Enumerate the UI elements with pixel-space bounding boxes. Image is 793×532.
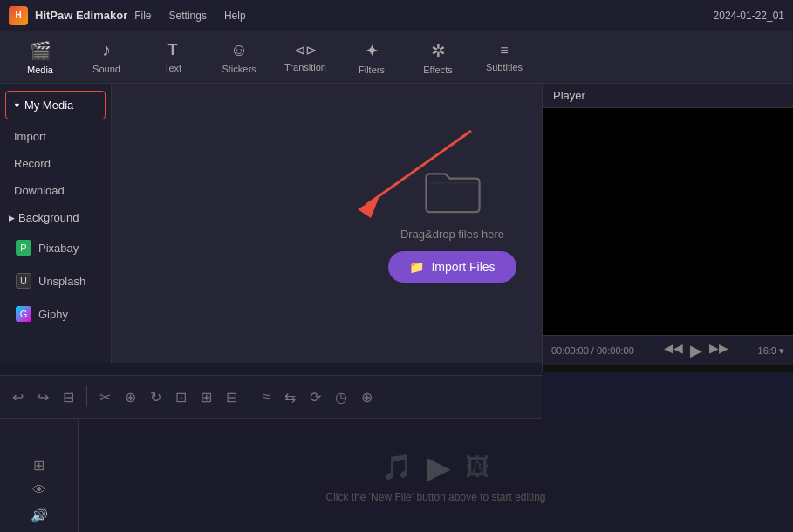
toolbar-transition[interactable]: ⊲⊳ Transition <box>274 35 337 80</box>
menu-bar: File Settings Help <box>134 10 245 22</box>
background-label: Background <box>18 211 79 224</box>
pixabay-icon: P <box>16 240 31 256</box>
stickers-label: Stickers <box>222 64 256 74</box>
player-buttons: ◀◀ ▶ ▶▶ <box>664 341 728 360</box>
import-btn-label: Import Files <box>431 260 495 274</box>
subtitles-icon: ≡ <box>500 43 508 58</box>
timeline-left: ⊞ 👁 🔊 <box>0 419 79 532</box>
folder-icon <box>422 165 483 217</box>
import-files-button[interactable]: 📁 Import Files <box>388 251 516 283</box>
my-media-section[interactable]: ▼ My Media <box>5 91 106 119</box>
media-label: Media <box>27 65 53 75</box>
record-label: Record <box>14 157 51 170</box>
split-button[interactable]: ⊕ <box>120 385 141 409</box>
giphy-icon: G <box>16 306 31 322</box>
timeline-hint: Click the 'New File' button above to sta… <box>325 491 545 503</box>
transition-icon: ⊲⊳ <box>294 42 317 58</box>
audio-button[interactable]: ≈ <box>257 385 276 408</box>
remove-bg-button[interactable]: ⊟ <box>221 385 243 409</box>
toolbar-effects[interactable]: ✲ Effects <box>407 35 469 80</box>
import-label: Import <box>14 130 46 143</box>
filters-label: Filters <box>359 65 385 75</box>
media-icon: 🎬 <box>30 40 51 61</box>
player-panel: Player 00:00:00 / 00:00:00 ◀◀ ▶ ▶▶ 16:9 … <box>542 84 793 372</box>
timeline-audio-icon[interactable]: 🔊 <box>31 507 48 523</box>
timeline-image-icon: 🖼 <box>465 453 489 481</box>
divider1 <box>86 386 87 407</box>
pixabay-label: Pixabay <box>38 242 79 255</box>
cut-button[interactable]: ✂ <box>94 385 116 409</box>
sidebar-pixabay[interactable]: P Pixabay <box>5 233 106 263</box>
unsplash-icon: U <box>16 273 31 289</box>
my-media-label: My Media <box>24 99 73 112</box>
timeline-placeholder-icons: 🎵 ▶ 🖼 <box>382 449 489 486</box>
sound-icon: ♪ <box>102 40 111 60</box>
import-btn-icon: 📁 <box>409 260 424 274</box>
toolbar-stickers[interactable]: ☺ Stickers <box>208 35 270 80</box>
timeline-eye-icon[interactable]: 👁 <box>32 482 46 498</box>
title-bar: H HitPaw Edimakor File Settings Help 202… <box>0 0 793 31</box>
app-name: HitPaw Edimakor <box>35 9 127 22</box>
redo-button[interactable]: ↪ <box>32 385 54 409</box>
timeline: ⊞ 👁 🔊 🎵 ▶ 🖼 Click the 'New File' button … <box>0 419 793 532</box>
duration-button[interactable]: ◷ <box>330 385 352 409</box>
timeline-music-icon: 🎵 <box>382 453 413 481</box>
player-rewind-button[interactable]: ◀◀ <box>664 341 683 360</box>
effects-label: Effects <box>423 65 452 75</box>
text-icon: T <box>168 41 178 59</box>
divider2 <box>250 386 250 407</box>
toolbar-sound[interactable]: ♪ Sound <box>75 35 138 80</box>
player-forward-button[interactable]: ▶▶ <box>709 341 728 360</box>
player-controls: 00:00:00 / 00:00:00 ◀◀ ▶ ▶▶ 16:9 ▾ <box>543 335 793 365</box>
toolbar-text[interactable]: T Text <box>141 35 204 80</box>
toolbar: 🎬 Media ♪ Sound T Text ☺ Stickers ⊲⊳ Tra… <box>0 31 793 84</box>
fit-button[interactable]: ⊞ <box>195 385 217 409</box>
toolbar-subtitles[interactable]: ≡ Subtitles <box>473 35 536 80</box>
rotate-button[interactable]: ↻ <box>145 385 167 409</box>
subtitles-label: Subtitles <box>486 62 523 72</box>
timeline-video-track-icon[interactable]: ⊞ <box>33 457 44 474</box>
player-title: Player <box>553 89 585 102</box>
sidebar: ▼ My Media Import Record Download ▶ Back… <box>0 84 112 363</box>
undo-button[interactable]: ↩ <box>7 385 29 409</box>
player-header: Player <box>543 84 793 108</box>
effects-icon: ✲ <box>431 40 446 61</box>
filters-icon: ✦ <box>365 40 379 61</box>
transition-label: Transition <box>284 62 326 72</box>
sidebar-download[interactable]: Download <box>0 177 111 204</box>
sidebar-background[interactable]: ▶ Background <box>0 204 111 231</box>
bottom-toolbar: ↩ ↪ ⊟ ✂ ⊕ ↻ ⊡ ⊞ ⊟ ≈ ⇆ ⟳ ◷ ⊕ <box>0 375 542 419</box>
unsplash-label: Unsplash <box>38 275 85 288</box>
sidebar-giphy[interactable]: G Giphy <box>5 299 106 329</box>
chevron-down-icon: ▼ <box>13 101 21 110</box>
text-label: Text <box>164 63 181 73</box>
sidebar-unsplash[interactable]: U Unsplash <box>5 266 106 296</box>
title-bar-left: H HitPaw Edimakor File Settings Help <box>9 6 246 25</box>
drag-text: Drag&drop files here <box>400 228 504 241</box>
toolbar-media[interactable]: 🎬 Media <box>9 35 72 80</box>
app-logo: H <box>9 6 28 25</box>
stickers-icon: ☺ <box>230 40 248 60</box>
sidebar-import[interactable]: Import <box>0 123 111 150</box>
delete-button[interactable]: ⊟ <box>58 385 79 409</box>
player-time: 00:00:00 / 00:00:00 <box>551 345 634 356</box>
sidebar-record[interactable]: Record <box>0 150 111 177</box>
menu-settings[interactable]: Settings <box>169 10 207 22</box>
chevron-right-icon: ▶ <box>9 214 15 222</box>
timeline-content: 🎵 ▶ 🖼 Click the 'New File' button above … <box>79 419 793 532</box>
title-date: 2024-01-22_01 <box>714 10 784 22</box>
player-screen <box>543 108 793 335</box>
timeline-play-icon: ▶ <box>427 449 451 486</box>
menu-file[interactable]: File <box>134 10 151 22</box>
reverse-button[interactable]: ⇆ <box>279 385 301 409</box>
giphy-label: Giphy <box>38 308 68 321</box>
toolbar-filters[interactable]: ✦ Filters <box>340 35 403 80</box>
player-ratio[interactable]: 16:9 ▾ <box>758 345 784 357</box>
crop-button[interactable]: ⊡ <box>170 385 192 409</box>
download-label: Download <box>14 184 65 197</box>
sound-label: Sound <box>92 64 120 74</box>
player-play-button[interactable]: ▶ <box>690 341 702 360</box>
speed-button[interactable]: ⟳ <box>304 385 326 409</box>
menu-help[interactable]: Help <box>224 10 246 22</box>
add-media-button[interactable]: ⊕ <box>356 385 378 409</box>
